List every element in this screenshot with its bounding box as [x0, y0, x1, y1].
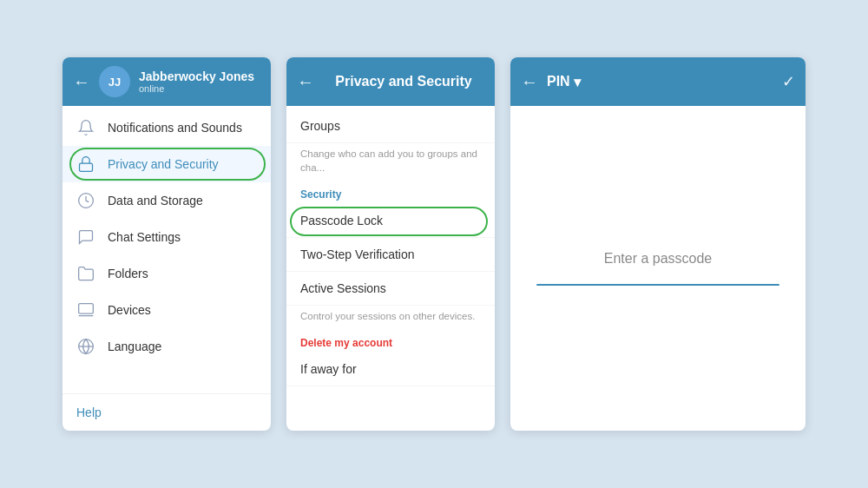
sidebar-item-data-label: Data and Storage: [108, 194, 203, 208]
sidebar-item-chat[interactable]: Chat Settings: [62, 219, 271, 255]
panel3-header: ← PIN ▾ ✓: [510, 57, 806, 106]
sidebar-item-folders[interactable]: Folders: [62, 255, 271, 292]
bell-icon: [76, 118, 95, 137]
panel3-back-button[interactable]: ←: [521, 73, 538, 90]
passcode-lock-wrapper: Passcode Lock: [286, 204, 495, 238]
sidebar-item-language-label: Language: [108, 340, 161, 353]
pin-text: PIN: [547, 74, 570, 89]
panel-footer: Help: [62, 393, 271, 431]
sidebar-item-language[interactable]: Language: [62, 328, 271, 365]
sidebar-item-privacy[interactable]: Privacy and Security: [62, 146, 271, 182]
clock-icon: [76, 191, 95, 210]
pin-prompt: Enter a passcode: [604, 251, 713, 267]
active-sessions-item[interactable]: Active Sessions: [286, 272, 495, 306]
globe-icon: [76, 337, 95, 356]
groups-desc: Change who can add you to groups and cha…: [286, 143, 495, 181]
panel2-title: Privacy and Security: [323, 74, 484, 89]
pin-body: Enter a passcode: [510, 106, 806, 431]
folder-icon: [76, 264, 95, 283]
sidebar-item-devices-label: Devices: [108, 303, 151, 317]
chat-icon: [76, 228, 95, 247]
sessions-desc: Control your sessions on other devices.: [286, 306, 495, 330]
panel2-back-button[interactable]: ←: [297, 73, 314, 90]
sidebar-item-devices[interactable]: Devices: [62, 292, 271, 328]
sidebar-item-chat-label: Chat Settings: [108, 230, 181, 244]
passcode-lock-item[interactable]: Passcode Lock: [286, 204, 495, 238]
security-section-label: Security: [286, 181, 495, 204]
pin-input-underline[interactable]: [536, 284, 779, 286]
privacy-content: Groups Change who can add you to groups …: [286, 106, 495, 431]
delete-section-label: Delete my account: [286, 330, 495, 353]
help-link[interactable]: Help: [76, 406, 102, 419]
if-away-item[interactable]: If away for: [286, 353, 495, 386]
user-info: Jabberwocky Jones online: [139, 69, 254, 95]
lock-icon: [76, 155, 95, 174]
pin-label: PIN ▾: [547, 74, 581, 90]
laptop-icon: [76, 300, 95, 320]
panel1-header: ← JJ Jabberwocky Jones online: [62, 57, 271, 106]
sidebar-item-notifications-label: Notifications and Sounds: [108, 121, 242, 135]
svg-rect-2: [79, 304, 94, 314]
user-name: Jabberwocky Jones: [139, 69, 254, 84]
user-status: online: [139, 83, 254, 94]
settings-panel: ← JJ Jabberwocky Jones online Notificati…: [62, 57, 271, 431]
svg-rect-0: [80, 163, 93, 171]
sidebar-item-notifications[interactable]: Notifications and Sounds: [62, 109, 271, 146]
privacy-security-panel: ← Privacy and Security Groups Change who…: [286, 57, 495, 431]
sidebar-item-privacy-label: Privacy and Security: [108, 157, 219, 171]
avatar: JJ: [99, 66, 130, 97]
sidebar-item-folders-label: Folders: [108, 267, 148, 280]
nav-list: Notifications and Sounds Privacy and Sec…: [62, 106, 271, 393]
back-button[interactable]: ←: [73, 73, 90, 90]
sidebar-item-data[interactable]: Data and Storage: [62, 182, 271, 219]
check-button[interactable]: ✓: [782, 72, 795, 91]
pin-panel: ← PIN ▾ ✓ Enter a passcode: [510, 57, 806, 431]
pin-dropdown-icon[interactable]: ▾: [574, 74, 581, 90]
groups-item[interactable]: Groups: [286, 109, 495, 143]
two-step-item[interactable]: Two-Step Verification: [286, 238, 495, 272]
panel2-header: ← Privacy and Security: [286, 57, 495, 106]
